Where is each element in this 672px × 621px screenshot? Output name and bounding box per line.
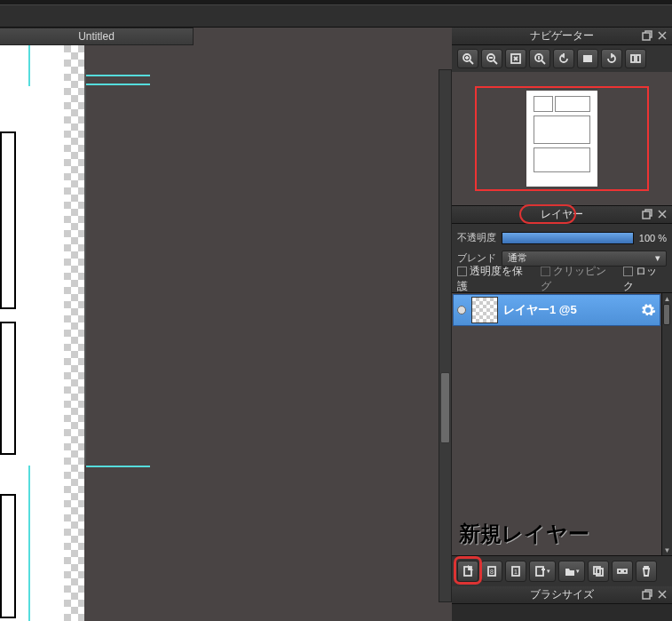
- comic-panel: [0, 131, 16, 309]
- layer-list-scrollbar[interactable]: ▲ ▼: [661, 293, 672, 555]
- layer-row[interactable]: レイヤー1 @5: [453, 294, 660, 326]
- close-icon[interactable]: [656, 208, 668, 220]
- layer-controls: 不透明度 100 % ブレンド 通常 ▾ 透明度を保護 クリッピング ロック: [452, 224, 672, 293]
- rotate-cw-button[interactable]: [601, 49, 622, 68]
- comic-panel: [0, 494, 16, 618]
- panel-divider[interactable]: [84, 69, 86, 466]
- navigator-title-label: ナビゲーター: [530, 29, 594, 42]
- duplicate-layer-button[interactable]: [588, 561, 609, 582]
- scroll-down-arrow[interactable]: ▼: [662, 545, 672, 555]
- new-vector-layer-button[interactable]: 1: [505, 561, 526, 582]
- guide-line: [86, 466, 150, 467]
- gear-icon[interactable]: [640, 302, 656, 318]
- brush-size-title-label: ブラシサイズ: [530, 588, 594, 601]
- popout-icon[interactable]: [641, 588, 653, 601]
- scroll-up-arrow[interactable]: ▲: [662, 293, 672, 304]
- svg-rect-7: [636, 55, 640, 62]
- chevron-down-icon: ▾: [655, 252, 660, 264]
- scrollbar-thumb[interactable]: [663, 304, 670, 325]
- flip-horizontal-button[interactable]: [577, 49, 598, 68]
- layer-toolbar: 8 1 ▾ ▾: [452, 556, 672, 586]
- layer-visibility-toggle[interactable]: [457, 306, 466, 314]
- document-tab-title: Untitled: [78, 30, 115, 43]
- zoom-minus-button[interactable]: [529, 49, 550, 68]
- layer-name-label: レイヤー1 @5: [503, 302, 635, 318]
- merge-layer-button[interactable]: [612, 561, 633, 582]
- popout-icon[interactable]: [641, 208, 653, 220]
- close-icon[interactable]: [656, 29, 668, 42]
- opacity-label: 不透明度: [457, 231, 496, 244]
- guide-line: [86, 75, 150, 76]
- svg-text:1: 1: [514, 569, 518, 575]
- svg-rect-6: [631, 55, 635, 62]
- zoom-plus-button[interactable]: [481, 49, 502, 68]
- rotate-ccw-button[interactable]: [553, 49, 574, 68]
- canvas-scrollbar-vertical[interactable]: [439, 69, 452, 602]
- navigator-preview[interactable]: [452, 72, 672, 205]
- delete-layer-button[interactable]: [636, 561, 657, 582]
- reset-view-button[interactable]: [625, 49, 646, 68]
- svg-rect-5: [583, 55, 592, 62]
- svg-rect-18: [623, 569, 627, 573]
- guide-line: [86, 84, 150, 85]
- add-special-layer-button[interactable]: ▾: [529, 561, 556, 582]
- layers-panel: レイヤー 不透明度 100 % ブレンド 通常 ▾: [452, 206, 672, 586]
- new-layer-button[interactable]: [457, 561, 478, 582]
- lock-checkbox[interactable]: ロック: [623, 264, 667, 294]
- navigator-panel-title: ナビゲーター: [452, 28, 672, 45]
- svg-rect-14: [536, 567, 543, 576]
- chevron-down-icon: ▾: [547, 568, 550, 575]
- layers-title-label: レイヤー: [541, 208, 583, 220]
- svg-rect-17: [618, 569, 621, 573]
- layers-panel-title: レイヤー: [452, 206, 672, 224]
- preserve-alpha-checkbox[interactable]: 透明度を保護: [457, 264, 532, 294]
- popout-icon[interactable]: [641, 29, 653, 42]
- guide-line: [28, 466, 30, 621]
- comic-panel: [0, 322, 16, 455]
- fit-screen-button[interactable]: [505, 49, 526, 68]
- svg-rect-8: [643, 211, 650, 219]
- opacity-slider[interactable]: [502, 232, 634, 244]
- layer-list: レイヤー1 @5 ▲ ▼ 新規レイヤー: [452, 293, 672, 556]
- opacity-slider-fill: [502, 233, 633, 243]
- navigator-viewport-frame[interactable]: [475, 86, 649, 191]
- svg-rect-0: [643, 33, 650, 40]
- guide-line: [28, 45, 30, 86]
- opacity-value: 100 %: [639, 233, 667, 243]
- navigator-panel: ナビゲーター: [452, 28, 672, 206]
- zoom-in-button[interactable]: [457, 49, 478, 68]
- brush-size-panel-title: ブラシサイズ: [452, 586, 672, 604]
- navigator-thumbnail: [526, 91, 597, 187]
- layer-thumbnail[interactable]: [471, 297, 498, 323]
- new-folder-button[interactable]: ▾: [558, 561, 585, 582]
- svg-text:8: 8: [490, 569, 494, 575]
- navigator-toolbar: [452, 45, 672, 72]
- clipping-checkbox[interactable]: クリッピング: [541, 264, 615, 294]
- new-raster-layer-button[interactable]: 8: [481, 561, 502, 582]
- close-icon[interactable]: [656, 588, 668, 601]
- document-tab[interactable]: Untitled: [0, 28, 194, 45]
- scrollbar-thumb[interactable]: [440, 372, 450, 443]
- svg-rect-19: [643, 592, 650, 599]
- menu-bar[interactable]: [0, 4, 672, 28]
- chevron-down-icon: ▾: [576, 568, 580, 575]
- brush-size-panel: ブラシサイズ: [452, 586, 672, 604]
